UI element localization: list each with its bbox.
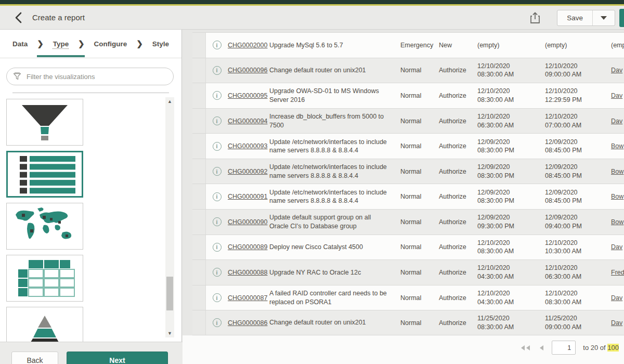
- viz-thumb-pyramid[interactable]: [6, 307, 83, 342]
- run-button-clipped[interactable]: [619, 9, 624, 27]
- info-icon[interactable]: i: [213, 167, 222, 176]
- back-button[interactable]: Back: [11, 352, 58, 364]
- record-link[interactable]: CHG0000096: [228, 67, 267, 74]
- info-icon[interactable]: i: [213, 243, 222, 252]
- assigned-link[interactable]: Bow: [611, 218, 623, 226]
- pyramid-icon: [12, 314, 77, 342]
- wizard-step-style[interactable]: Style: [152, 31, 169, 57]
- priority-cell: Normal: [396, 294, 435, 302]
- save-menu-button[interactable]: [593, 10, 615, 25]
- table-row: iCHG0000096Change default router on unix…: [192, 58, 624, 83]
- assigned-link[interactable]: Fred: [611, 269, 624, 276]
- record-link[interactable]: CHG0000087: [228, 294, 267, 302]
- number-cell: CHG0000091: [228, 193, 269, 200]
- info-icon[interactable]: i: [213, 192, 222, 201]
- assigned-link[interactable]: Bow: [611, 193, 623, 200]
- first-page-icon[interactable]: [519, 345, 531, 351]
- number-cell: CHG0000093: [228, 142, 269, 150]
- info-icon[interactable]: i: [213, 116, 222, 125]
- end-date-cell: 12/10/2020 09:00:00 AM: [543, 62, 609, 79]
- info-icon[interactable]: i: [213, 318, 222, 327]
- next-button[interactable]: Next: [67, 352, 168, 364]
- short-description-cell: Change default router on unix201: [269, 318, 396, 327]
- record-link[interactable]: CHG0000086: [228, 319, 267, 327]
- number-cell: CHG0000089: [228, 243, 269, 251]
- info-icon[interactable]: i: [213, 66, 222, 75]
- viz-thumb-world-map[interactable]: [6, 203, 83, 250]
- info-icon[interactable]: i: [213, 293, 222, 302]
- row-lead-cell: [192, 58, 206, 83]
- report-preview-table: iCHG0002000Upgrade MySql 5.6 to 5.7Emerg…: [192, 32, 624, 335]
- number-cell: CHG0000088: [228, 269, 269, 276]
- funnel-icon: [12, 101, 77, 144]
- info-cell: i: [206, 268, 228, 277]
- end-date-cell: 12/09/2020 08:45:00 PM: [543, 138, 609, 155]
- row-lead-cell: [192, 285, 206, 310]
- assigned-link[interactable]: Dav: [611, 67, 622, 74]
- record-link[interactable]: CHG0002000: [228, 42, 267, 49]
- priority-cell: Normal: [396, 142, 435, 150]
- assigned-link[interactable]: Bow: [611, 168, 623, 175]
- viz-thumb-funnel[interactable]: [6, 99, 83, 146]
- save-button[interactable]: Save: [557, 10, 593, 25]
- record-link[interactable]: CHG0000095: [228, 92, 267, 99]
- chevron-right-icon: ❯: [78, 39, 85, 48]
- record-link[interactable]: CHG0000094: [228, 118, 267, 125]
- scroll-up-icon[interactable]: ▲: [165, 97, 174, 106]
- wizard-step-type[interactable]: Type: [53, 31, 69, 57]
- table-row: iCHG0000086Change default router on unix…: [192, 310, 624, 335]
- row-lead-cell: [192, 235, 206, 260]
- record-link[interactable]: CHG0000088: [228, 269, 267, 276]
- end-date-cell: 11/25/2020 09:00:00 AM: [543, 314, 609, 331]
- priority-cell: Normal: [396, 193, 435, 200]
- assigned-to-cell: Bow: [609, 218, 624, 226]
- record-link[interactable]: CHG0000090: [228, 218, 267, 226]
- row-lead-cell: [192, 83, 206, 108]
- info-icon[interactable]: i: [213, 142, 222, 151]
- short-description-cell: Update /etc/network/interfaces to includ…: [269, 188, 396, 205]
- state-cell: New: [435, 42, 475, 49]
- short-description-cell: A failed RAID controller card needs to b…: [269, 289, 396, 306]
- start-date-cell: 12/09/2020 09:30:00 PM: [475, 213, 543, 230]
- assigned-link[interactable]: Dav: [611, 243, 622, 251]
- wizard-step-data[interactable]: Data: [12, 31, 28, 57]
- assigned-link[interactable]: Dav: [611, 319, 622, 327]
- info-icon[interactable]: i: [213, 91, 222, 100]
- short-description-cell: Upgrade MySql 5.6 to 5.7: [269, 41, 396, 50]
- info-icon[interactable]: i: [213, 217, 222, 226]
- scrollbar-thumb[interactable]: [166, 277, 173, 310]
- assigned-link[interactable]: Dav: [611, 118, 622, 125]
- wizard-step-configure[interactable]: Configure: [94, 31, 127, 57]
- assigned-to-cell: Dav: [609, 243, 624, 251]
- scroll-down-icon[interactable]: ▼: [165, 329, 174, 337]
- start-date-cell: 12/10/2020 04:30:00 AM: [475, 289, 543, 306]
- assigned-link[interactable]: Bow: [611, 142, 623, 150]
- short-description-cell: Upgrade NY RAC to Oracle 12c: [269, 268, 396, 277]
- share-icon[interactable]: [530, 11, 540, 24]
- visualization-filter: [6, 68, 174, 85]
- record-link[interactable]: CHG0000091: [228, 193, 267, 200]
- record-link[interactable]: CHG0000092: [228, 168, 267, 175]
- assigned-link[interactable]: Dav: [611, 294, 622, 302]
- assigned-to-cell: Dav: [609, 118, 624, 125]
- record-link[interactable]: CHG0000093: [228, 142, 267, 150]
- page-number-input[interactable]: [552, 341, 576, 355]
- number-cell: CHG0000092: [228, 168, 269, 175]
- back-icon[interactable]: [11, 11, 25, 24]
- viz-thumb-bar-list[interactable]: [6, 151, 83, 198]
- info-icon[interactable]: i: [213, 268, 222, 277]
- viz-scrollbar[interactable]: ▲ ▼: [165, 97, 174, 337]
- start-date-cell: (empty): [475, 41, 543, 50]
- priority-cell: Emergency: [396, 42, 435, 49]
- record-link[interactable]: CHG0000089: [228, 243, 267, 251]
- viz-thumb-grid-table[interactable]: [6, 255, 83, 302]
- filter-visualizations-input[interactable]: [27, 73, 167, 81]
- assigned-to-cell: Dav: [609, 294, 624, 302]
- assigned-link[interactable]: Dav: [611, 92, 622, 99]
- state-cell: Authorize: [435, 269, 475, 276]
- info-icon[interactable]: i: [213, 41, 222, 49]
- short-description-cell: Update /etc/network/interfaces to includ…: [269, 138, 396, 155]
- previous-page-icon[interactable]: [538, 345, 544, 351]
- visualization-list: [0, 94, 182, 342]
- info-cell: i: [206, 142, 228, 151]
